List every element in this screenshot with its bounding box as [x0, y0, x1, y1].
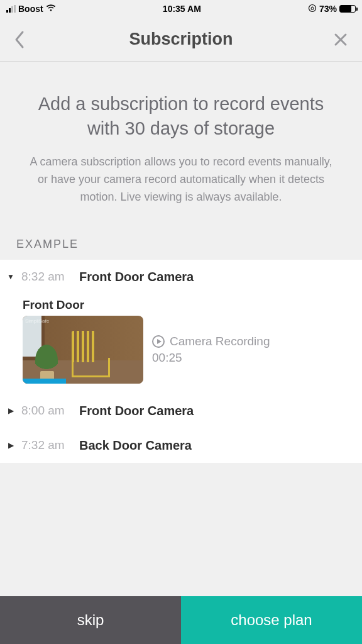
chevron-down-icon: ▼	[6, 272, 15, 281]
status-bar: Boost 10:35 AM 73%	[0, 0, 362, 18]
page-title: Subscription	[35, 30, 327, 49]
event-row[interactable]: ▼ 8:32 am Front Door Camera	[0, 260, 362, 294]
event-name: Front Door Camera	[79, 404, 194, 418]
svg-point-0	[309, 4, 315, 11]
footer-actions: skip choose plan	[0, 596, 362, 644]
event-time: 8:32 am	[21, 270, 73, 284]
recording-title: Front Door	[23, 298, 343, 316]
event-row[interactable]: ▶ 7:32 am Back Door Camera	[0, 428, 362, 463]
choose-plan-button[interactable]: choose plan	[181, 596, 362, 644]
recording-duration: 00:25	[152, 351, 270, 365]
chevron-right-icon: ▶	[6, 406, 15, 415]
back-button[interactable]	[14, 30, 35, 49]
example-label: EXAMPLE	[0, 231, 362, 260]
event-name: Back Door Camera	[79, 438, 192, 453]
content: Add a subscription to record events with…	[0, 62, 362, 596]
recording-label: Camera Recording	[170, 335, 270, 348]
nav-header: Subscription	[0, 18, 362, 62]
carrier-label: Boost	[18, 4, 43, 14]
close-button[interactable]	[327, 32, 348, 47]
clock: 10:35 AM	[163, 4, 201, 14]
wifi-icon	[46, 4, 56, 14]
event-name: Front Door Camera	[79, 270, 194, 284]
progress-bar	[23, 379, 66, 384]
signal-icon	[6, 5, 16, 13]
rotation-lock-icon	[308, 4, 317, 14]
skip-button[interactable]: skip	[0, 596, 181, 644]
chevron-right-icon: ▶	[6, 441, 15, 450]
battery-pct: 73%	[319, 4, 337, 14]
recording-card[interactable]: Front Door SimpliSafe Camera Recording	[0, 294, 362, 394]
video-thumbnail[interactable]: SimpliSafe	[23, 316, 143, 384]
event-row[interactable]: ▶ 8:00 am Front Door Camera	[0, 394, 362, 428]
headline: Add a subscription to record events with…	[0, 62, 362, 153]
event-time: 8:00 am	[21, 404, 73, 418]
play-icon	[152, 335, 165, 348]
event-time: 7:32 am	[21, 438, 73, 452]
event-list: ▼ 8:32 am Front Door Camera Front Door S…	[0, 260, 362, 463]
battery-icon	[339, 5, 356, 13]
subtext: A camera subscription allows you to reco…	[0, 153, 362, 231]
